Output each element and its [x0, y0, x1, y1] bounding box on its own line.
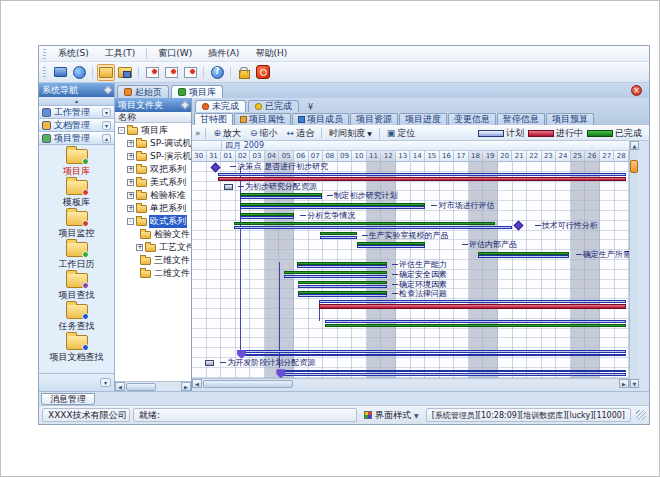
interface-style-button[interactable]: 界面样式 ▼	[360, 408, 423, 422]
chevron-up-icon[interactable]: ▴	[102, 134, 111, 143]
gantt-bar-plan[interactable]	[244, 350, 626, 353]
tree-row[interactable]: +SP-演示机系	[115, 150, 191, 163]
gantt-toolbar-button-3[interactable]: ↔适合	[283, 126, 319, 141]
toolbar-overflow-icon[interactable]: »	[195, 128, 201, 138]
project-tab-2[interactable]: 项目属性	[234, 113, 291, 125]
task-box[interactable]	[224, 184, 233, 190]
lock-icon[interactable]	[235, 64, 253, 81]
gantt-horizontal-scrollbar[interactable]: ◀ ▶	[192, 378, 629, 388]
tree-row[interactable]: 二维文件	[115, 267, 191, 280]
chevron-down-icon[interactable]: ▾	[102, 121, 111, 130]
chevron-down-icon[interactable]: ▾	[102, 108, 111, 117]
gantt-bar-plan[interactable]	[284, 370, 626, 373]
chevron-down-icon[interactable]: ▾	[100, 378, 111, 387]
gantt-vertical-scrollbar[interactable]: ▲ ▼	[629, 141, 638, 388]
expand-plus-icon[interactable]: +	[127, 179, 134, 186]
gantt-bar-progress[interactable]	[218, 177, 626, 181]
tab-message-management[interactable]: 消息管理	[41, 393, 95, 405]
sidebar-item-4[interactable]: 工作日历	[39, 241, 114, 272]
sidebar-item-3[interactable]: 项目监控	[39, 210, 114, 241]
gantt-toolbar-button-2[interactable]: ⊖缩小	[246, 126, 282, 141]
expand-plus-icon[interactable]: +	[127, 166, 134, 173]
gantt-toolbar-button-4[interactable]: 时间刻度▼	[325, 126, 376, 141]
project-tab-8[interactable]: 项目预算	[546, 113, 594, 125]
pin-icon[interactable]	[104, 86, 112, 94]
gantt-bar-plan[interactable]	[298, 285, 387, 288]
gantt-bar-done[interactable]	[325, 324, 627, 327]
project-tab-3[interactable]: 项目成员	[292, 113, 349, 125]
gantt-bar-plan[interactable]	[478, 255, 570, 258]
task-box[interactable]	[205, 360, 214, 366]
gantt-toolbar-button-5[interactable]: ▣定位	[383, 126, 420, 141]
gantt-bar-plan[interactable]	[357, 245, 425, 248]
window-schedule-icon[interactable]	[181, 64, 199, 81]
collapse-minus-icon[interactable]: -	[127, 218, 134, 225]
gantt-bar-progress[interactable]	[319, 304, 626, 309]
resize-grip[interactable]	[636, 410, 646, 420]
gantt-bar-plan[interactable]	[240, 206, 425, 209]
folder-computer-icon[interactable]	[116, 64, 134, 81]
tree-row[interactable]: -欧式系列	[115, 215, 191, 228]
sidebar-item-7[interactable]: 项目文档查找	[39, 334, 114, 365]
monitor-icon[interactable]	[51, 64, 69, 81]
tree-column-header[interactable]: 名称	[115, 112, 191, 123]
tree-row[interactable]: +单把系列	[115, 202, 191, 215]
gantt-bar-plan[interactable]	[234, 226, 512, 229]
scroll-up-icon[interactable]: ▲	[630, 141, 639, 150]
scrollbar-thumb[interactable]	[630, 160, 638, 173]
menu-item-1[interactable]: 系统(S)	[50, 46, 97, 61]
project-tab-5[interactable]: 项目进度	[399, 113, 447, 125]
gantt-bar-plan[interactable]	[284, 373, 626, 376]
menu-item-2[interactable]: 工具(T)	[97, 46, 144, 61]
expand-plus-icon[interactable]: +	[136, 244, 143, 251]
scroll-right-icon[interactable]: ▶	[181, 382, 191, 391]
gantt-bar-plan[interactable]	[298, 294, 387, 297]
gantt-bar-plan[interactable]	[218, 173, 626, 177]
pin-icon[interactable]	[181, 101, 189, 109]
gantt-bar-plan[interactable]	[297, 265, 387, 268]
tab-start-page[interactable]: 起始页	[117, 85, 169, 98]
tree-row[interactable]: +双把系列	[115, 163, 191, 176]
gantt-toolbar-button-1[interactable]: ⊕放大	[210, 126, 246, 141]
scroll-left-icon[interactable]: ◀	[115, 382, 125, 391]
sidebar-section-2[interactable]: 文档管理▾	[39, 119, 114, 132]
gantt-bar-plan[interactable]	[284, 275, 387, 278]
tree-row[interactable]: +工艺文件	[115, 241, 191, 254]
tab-project-library[interactable]: 项目库	[171, 85, 223, 98]
tree-row[interactable]: -项目库	[115, 124, 191, 137]
scroll-right-icon[interactable]: ▶	[619, 379, 629, 388]
sidebar-item-5[interactable]: 项目查找	[39, 272, 114, 303]
scrollbar-thumb[interactable]	[203, 380, 293, 388]
close-icon[interactable]: ×	[631, 85, 642, 96]
toolbar-grip[interactable]	[43, 67, 46, 77]
collapse-minus-icon[interactable]: -	[118, 127, 125, 134]
expand-plus-icon[interactable]: +	[127, 192, 134, 199]
scrollbar-thumb[interactable]	[126, 383, 156, 391]
menu-item-4[interactable]: 插件(A)	[200, 46, 247, 61]
gantt-bar-plan[interactable]	[240, 216, 294, 219]
expand-plus-icon[interactable]: +	[127, 205, 134, 212]
project-tab-1[interactable]: 甘特图	[194, 113, 233, 125]
project-tab-6[interactable]: 变更信息	[448, 113, 496, 125]
tree-row[interactable]: +检验标准	[115, 189, 191, 202]
sidebar-item-1[interactable]: 项目库	[39, 148, 114, 179]
help-icon[interactable]	[208, 64, 226, 81]
gantt-bar-plan[interactable]	[320, 236, 356, 239]
filter-tab-incomplete[interactable]: 未完成	[195, 100, 246, 112]
window-mail-icon[interactable]	[143, 64, 161, 81]
menu-item-5[interactable]: 帮助(H)	[247, 46, 295, 61]
globe-icon[interactable]	[70, 64, 88, 81]
exit-icon[interactable]	[254, 64, 272, 81]
sidebar-item-2[interactable]: 模板库	[39, 179, 114, 210]
tree-row[interactable]: +SP-调试机系	[115, 137, 191, 150]
tree-row[interactable]: 检验文件	[115, 228, 191, 241]
project-tab-7[interactable]: 暂停信息	[497, 113, 545, 125]
gantt-bar-plan[interactable]	[244, 354, 626, 357]
expand-plus-icon[interactable]: +	[127, 140, 134, 147]
gantt-bar-plan[interactable]	[240, 196, 322, 199]
menu-grip[interactable]	[43, 49, 46, 59]
filter-overflow-button[interactable]: ¥	[305, 103, 316, 112]
filter-tab-completed[interactable]: 已完成	[248, 100, 299, 112]
window-alert-icon[interactable]	[162, 64, 180, 81]
tree-row[interactable]: +美式系列	[115, 176, 191, 189]
